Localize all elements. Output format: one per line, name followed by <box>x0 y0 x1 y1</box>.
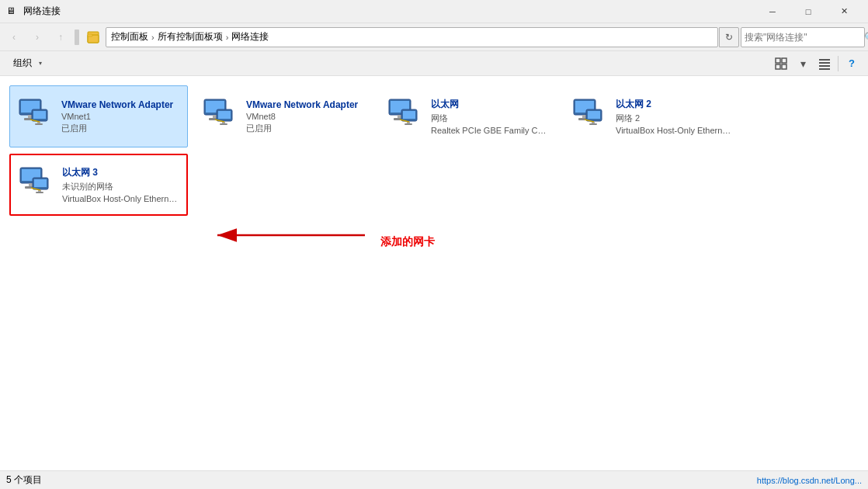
up-button[interactable]: ↑ <box>50 27 71 47</box>
svg-rect-5 <box>776 64 780 69</box>
breadcrumb-item-2[interactable]: 所有控制面板项 <box>158 30 223 43</box>
network-desc-eth3: VirtualBox Host-Only Ethernet ... <box>62 194 180 203</box>
network-icon-eth2 <box>571 98 608 135</box>
network-icon-eth3 <box>17 166 54 203</box>
svg-rect-16 <box>33 111 46 119</box>
network-icon-eth1 <box>386 98 423 135</box>
address-bar: ‹ › ↑ 控制面板 › 所有控制面板项 › 网络连接 ↻ 🔍 <box>0 23 868 51</box>
location-icon <box>82 27 104 47</box>
network-item-eth1[interactable]: 以太网 网络 Realtek PCIe GBE Family Contr... <box>379 85 557 147</box>
search-icon[interactable]: 🔍 <box>864 32 868 43</box>
status-link: https://blog.csdn.net/Long... <box>757 476 862 485</box>
network-info-vmnet8: VMware Network Adapter VMnet8 已启用 <box>246 99 358 134</box>
svg-rect-36 <box>404 123 412 125</box>
annotation-arrow <box>210 216 380 255</box>
network-icon-vmnet8 <box>201 98 238 135</box>
network-type-eth2: 网络 2 <box>616 113 735 124</box>
network-name-vmnet1: VMware Network Adapter <box>61 99 173 110</box>
back-button[interactable]: ‹ <box>3 27 25 47</box>
network-desc-eth1: Realtek PCIe GBE Family Contr... <box>431 126 550 135</box>
toolbar-separator <box>838 56 838 71</box>
maximize-button[interactable]: □ <box>790 0 826 23</box>
details-view-button[interactable] <box>814 54 835 73</box>
svg-rect-8 <box>819 62 830 64</box>
svg-rect-10 <box>819 68 830 70</box>
svg-rect-2 <box>88 34 92 36</box>
search-box: 🔍 <box>741 27 865 47</box>
view-toggle-button[interactable] <box>771 54 791 73</box>
svg-rect-43 <box>588 111 600 119</box>
annotation-text: 添加的网卡 <box>380 235 435 249</box>
separator <box>75 29 79 45</box>
organize-button[interactable]: 组织 ▾ <box>6 54 53 73</box>
status-bar: 5 个项目 https://blog.csdn.net/Long... <box>0 470 868 489</box>
organize-label: 组织 <box>13 57 32 70</box>
network-item-eth2[interactable]: 以太网 2 网络 2 VirtualBox Host-Only Ethernet… <box>564 85 742 147</box>
network-info-vmnet1: VMware Network Adapter VMnet1 已启用 <box>61 99 173 134</box>
network-icon-vmnet1 <box>16 98 54 135</box>
svg-rect-18 <box>35 123 43 125</box>
window-title: 网络连接 <box>23 5 61 18</box>
svg-rect-45 <box>589 123 597 125</box>
close-button[interactable]: ✕ <box>826 0 862 23</box>
view-dropdown-button[interactable]: ▾ <box>793 54 813 73</box>
network-status-vmnet8: 已启用 <box>246 123 358 134</box>
network-status-vmnet1: 已启用 <box>61 123 173 134</box>
network-type-eth1: 网络 <box>431 113 550 124</box>
network-grid: VMware Network Adapter VMnet1 已启用 <box>0 76 868 225</box>
breadcrumb-item-3[interactable]: 网络连接 <box>231 30 269 43</box>
toolbar: 组织 ▾ ▾ ? <box>0 51 868 76</box>
network-info-eth1: 以太网 网络 Realtek PCIe GBE Family Contr... <box>431 98 550 135</box>
search-input[interactable] <box>745 32 861 43</box>
organize-dropdown-icon: ▾ <box>35 58 46 69</box>
network-name-vmnet8: VMware Network Adapter <box>246 99 358 110</box>
svg-rect-7 <box>819 59 830 61</box>
svg-rect-34 <box>403 111 415 119</box>
window-controls: ─ □ ✕ <box>755 0 862 23</box>
toolbar-right: ▾ ? <box>771 54 862 73</box>
breadcrumb-item-1[interactable]: 控制面板 <box>111 30 148 43</box>
title-bar: 🖥 网络连接 ─ □ ✕ <box>0 0 868 23</box>
network-desc-eth2: VirtualBox Host-Only Ethernet ... <box>616 126 735 135</box>
svg-rect-9 <box>819 65 830 67</box>
network-info-eth3: 以太网 3 未识别的网络 VirtualBox Host-Only Ethern… <box>62 166 180 203</box>
svg-rect-54 <box>36 192 43 193</box>
forward-button[interactable]: › <box>26 27 48 47</box>
network-item-vmnet1[interactable]: VMware Network Adapter VMnet1 已启用 <box>9 85 188 147</box>
network-info-eth2: 以太网 2 网络 2 VirtualBox Host-Only Ethernet… <box>616 98 735 135</box>
network-type-eth3: 未识别的网络 <box>62 181 180 192</box>
network-name-eth3: 以太网 3 <box>62 166 180 179</box>
window-icon: 🖥 <box>6 5 19 18</box>
network-name-eth1: 以太网 <box>431 98 550 111</box>
content-wrapper: VMware Network Adapter VMnet1 已启用 <box>0 76 868 470</box>
svg-rect-52 <box>34 179 47 187</box>
breadcrumb-sep-2: › <box>226 33 229 42</box>
svg-rect-4 <box>782 58 786 63</box>
svg-rect-6 <box>782 64 786 69</box>
svg-rect-27 <box>220 123 227 125</box>
refresh-button[interactable]: ↻ <box>719 27 739 47</box>
network-item-vmnet8[interactable]: VMware Network Adapter VMnet8 已启用 <box>194 85 373 147</box>
svg-rect-25 <box>218 111 231 119</box>
network-item-eth3[interactable]: 以太网 3 未识别的网络 VirtualBox Host-Only Ethern… <box>9 154 188 216</box>
breadcrumb-bar[interactable]: 控制面板 › 所有控制面板项 › 网络连接 <box>106 27 718 47</box>
breadcrumb-sep-1: › <box>151 33 155 42</box>
svg-rect-3 <box>776 58 780 63</box>
minimize-button[interactable]: ─ <box>755 0 790 23</box>
network-subname-vmnet1: VMnet1 <box>61 112 173 121</box>
help-button[interactable]: ? <box>842 54 862 73</box>
status-item-count: 5 个项目 <box>6 473 42 487</box>
network-name-eth2: 以太网 2 <box>616 98 735 111</box>
network-subname-vmnet8: VMnet8 <box>246 112 358 121</box>
